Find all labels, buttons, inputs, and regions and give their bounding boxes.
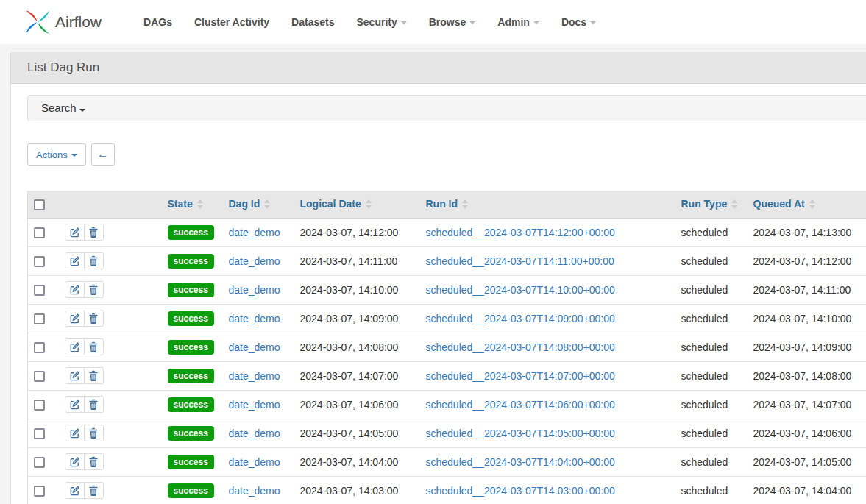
run-id-link[interactable]: scheduled__2024-03-07T14:03:00+00:00 bbox=[426, 485, 615, 497]
delete-button[interactable] bbox=[84, 252, 104, 269]
trash-icon bbox=[88, 227, 99, 238]
dag-id-link[interactable]: date_demo bbox=[229, 485, 280, 497]
logical-date-cell: 2024-03-07, 14:11:00 bbox=[293, 246, 419, 275]
delete-button[interactable] bbox=[84, 224, 104, 241]
dag-id-link[interactable]: date_demo bbox=[229, 284, 280, 296]
run-type-cell: scheduled bbox=[674, 333, 746, 361]
row-action-buttons bbox=[65, 396, 104, 413]
run-type-cell: scheduled bbox=[674, 218, 746, 246]
airflow-brand-link[interactable]: Airflow bbox=[24, 9, 102, 35]
nav-item-security[interactable]: Security bbox=[345, 16, 417, 28]
brand-label: Airflow bbox=[55, 13, 102, 31]
trash-icon bbox=[88, 399, 99, 410]
edit-button[interactable] bbox=[65, 338, 85, 355]
logical-date-cell: 2024-03-07, 14:04:00 bbox=[293, 447, 419, 476]
delete-button[interactable] bbox=[84, 425, 104, 441]
select-all-checkbox[interactable] bbox=[34, 199, 45, 210]
run-id-link[interactable]: scheduled__2024-03-07T14:08:00+00:00 bbox=[426, 341, 615, 353]
edit-button[interactable] bbox=[65, 224, 85, 241]
trash-icon bbox=[88, 456, 99, 467]
run-id-link[interactable]: scheduled__2024-03-07T14:07:00+00:00 bbox=[426, 370, 615, 382]
nav-item-dags[interactable]: DAGs bbox=[132, 16, 183, 28]
row-checkbox[interactable] bbox=[34, 227, 45, 238]
delete-button[interactable] bbox=[84, 281, 104, 298]
page-title: List Dag Run bbox=[11, 52, 866, 84]
dag-id-link[interactable]: date_demo bbox=[229, 341, 280, 353]
run-id-link[interactable]: scheduled__2024-03-07T14:10:00+00:00 bbox=[426, 284, 615, 296]
run-id-link[interactable]: scheduled__2024-03-07T14:05:00+00:00 bbox=[426, 427, 615, 439]
row-action-buttons bbox=[65, 310, 104, 327]
logical-date-cell: 2024-03-07, 14:12:00 bbox=[293, 218, 419, 246]
column-header-queued-at[interactable]: Queued At bbox=[753, 198, 815, 210]
nav-item-admin[interactable]: Admin bbox=[486, 16, 550, 28]
delete-button[interactable] bbox=[84, 338, 104, 355]
row-checkbox[interactable] bbox=[34, 400, 45, 411]
queued-at-cell: 2024-03-07, 14:07:00 bbox=[746, 390, 866, 419]
row-checkbox[interactable] bbox=[34, 428, 45, 439]
edit-button[interactable] bbox=[65, 367, 85, 384]
edit-icon bbox=[69, 255, 80, 266]
row-action-buttons bbox=[65, 224, 104, 241]
nav-item-docs[interactable]: Docs bbox=[550, 16, 607, 28]
logical-date-cell: 2024-03-07, 14:07:00 bbox=[293, 361, 419, 390]
dag-id-link[interactable]: date_demo bbox=[229, 313, 280, 324]
logical-date-cell: 2024-03-07, 14:08:00 bbox=[293, 333, 419, 361]
queued-at-cell: 2024-03-07, 14:08:00 bbox=[746, 361, 866, 390]
row-checkbox[interactable] bbox=[34, 285, 45, 296]
chevron-down-icon bbox=[79, 109, 85, 112]
dag-id-link[interactable]: date_demo bbox=[229, 370, 280, 382]
edit-button[interactable] bbox=[65, 396, 85, 413]
row-checkbox[interactable] bbox=[34, 256, 45, 267]
edit-button[interactable] bbox=[65, 310, 85, 327]
column-header-run-id[interactable]: Run Id bbox=[426, 198, 469, 210]
run-id-link[interactable]: scheduled__2024-03-07T14:09:00+00:00 bbox=[426, 313, 615, 324]
column-header-logical-date[interactable]: Logical Date bbox=[300, 198, 372, 210]
run-type-cell: scheduled bbox=[674, 390, 746, 419]
edit-button[interactable] bbox=[65, 453, 85, 470]
status-badge: success bbox=[168, 483, 214, 498]
column-header-run-type[interactable]: Run Type bbox=[681, 198, 738, 210]
table-row: success date_demo 2024-03-07, 14:05:00 s… bbox=[28, 419, 866, 447]
delete-button[interactable] bbox=[84, 310, 104, 327]
edit-icon bbox=[69, 456, 80, 467]
edit-button[interactable] bbox=[65, 252, 85, 269]
nav-item-cluster-activity[interactable]: Cluster Activity bbox=[183, 16, 280, 28]
actions-dropdown-button[interactable]: Actions bbox=[27, 143, 86, 166]
sort-icon bbox=[264, 199, 270, 209]
sort-icon bbox=[462, 199, 468, 209]
delete-button[interactable] bbox=[84, 396, 104, 413]
run-id-link[interactable]: scheduled__2024-03-07T14:06:00+00:00 bbox=[426, 399, 615, 411]
search-collapse-toggle[interactable]: Search bbox=[27, 95, 866, 121]
dag-id-link[interactable]: date_demo bbox=[229, 427, 280, 439]
dag-id-link[interactable]: date_demo bbox=[229, 227, 280, 238]
nav-item-browse[interactable]: Browse bbox=[418, 16, 487, 28]
dag-id-link[interactable]: date_demo bbox=[229, 456, 280, 468]
nav-item-datasets[interactable]: Datasets bbox=[280, 16, 345, 28]
row-checkbox[interactable] bbox=[34, 342, 45, 353]
chevron-down-icon bbox=[590, 21, 596, 24]
table-header-row: State Dag Id Logical Date Run Id Run Typ… bbox=[28, 191, 866, 218]
table-row: success date_demo 2024-03-07, 14:03:00 s… bbox=[28, 476, 866, 504]
delete-button[interactable] bbox=[84, 367, 104, 384]
delete-button[interactable] bbox=[84, 482, 104, 499]
status-badge: success bbox=[168, 311, 214, 326]
run-id-link[interactable]: scheduled__2024-03-07T14:04:00+00:00 bbox=[426, 456, 615, 468]
dag-id-link[interactable]: date_demo bbox=[229, 255, 280, 267]
edit-button[interactable] bbox=[65, 482, 85, 499]
row-checkbox[interactable] bbox=[34, 313, 45, 324]
dag-id-link[interactable]: date_demo bbox=[229, 399, 280, 411]
edit-button[interactable] bbox=[65, 281, 85, 298]
edit-button[interactable] bbox=[65, 425, 85, 441]
run-id-link[interactable]: scheduled__2024-03-07T14:11:00+00:00 bbox=[426, 255, 614, 267]
column-header-dag-id[interactable]: Dag Id bbox=[229, 198, 271, 210]
run-type-cell: scheduled bbox=[674, 361, 746, 390]
column-header-state[interactable]: State bbox=[168, 198, 203, 210]
delete-button[interactable] bbox=[84, 453, 104, 470]
row-checkbox[interactable] bbox=[34, 371, 45, 382]
row-checkbox[interactable] bbox=[34, 457, 45, 468]
back-button[interactable]: ← bbox=[91, 143, 115, 166]
row-action-buttons bbox=[65, 453, 104, 470]
row-checkbox[interactable] bbox=[34, 486, 45, 497]
run-id-link[interactable]: scheduled__2024-03-07T14:12:00+00:00 bbox=[426, 227, 615, 238]
row-action-buttons bbox=[65, 252, 104, 269]
